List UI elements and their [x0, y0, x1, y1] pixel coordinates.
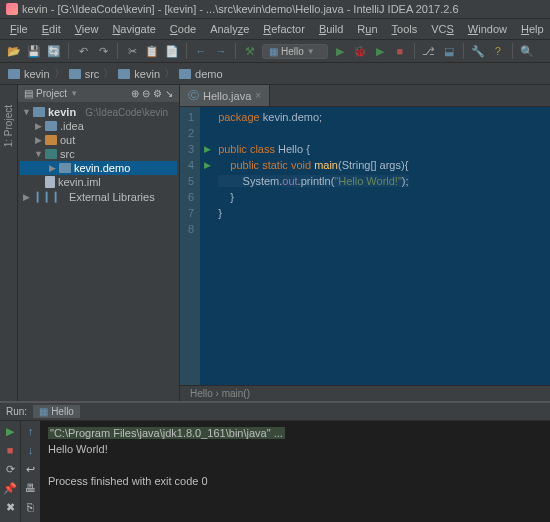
library-icon: ❙❙❙	[33, 190, 60, 203]
console-output[interactable]: "C:\Program Files\java\jdk1.8.0_161\bin\…	[40, 421, 550, 522]
stop-icon[interactable]: ■	[3, 443, 17, 457]
refresh-icon[interactable]: 🔄	[46, 43, 62, 59]
pin-icon[interactable]: 📌	[3, 481, 17, 495]
close-icon[interactable]: ✖	[3, 500, 17, 514]
tree-item-out[interactable]: ▶out	[20, 133, 177, 147]
tree-root[interactable]: ▼kevin G:\IdeaCode\kevin	[20, 105, 177, 119]
chevron-down-icon: ▼	[307, 47, 315, 56]
folder-icon	[8, 69, 20, 79]
run-config-select[interactable]: ▦ Hello ▼	[262, 44, 328, 59]
breadcrumb-item[interactable]: kevin	[134, 68, 160, 80]
build-icon[interactable]: ⚒	[242, 43, 258, 59]
scroll-from-source-icon[interactable]: ⊕	[131, 88, 139, 99]
file-icon	[45, 176, 55, 188]
run-gutter-left: ▶ ■ ⟳ 📌 ✖	[0, 421, 20, 522]
app-icon	[6, 3, 18, 15]
run-gutter-right: ↑ ↓ ↩ 🖶 ⎘ 🗑	[20, 421, 40, 522]
coverage-icon[interactable]: ▶	[372, 43, 388, 59]
console-line: Hello World!	[48, 441, 542, 457]
tree-item-src[interactable]: ▼src	[20, 147, 177, 161]
run-panel: Run: ▦Hello ▶ ■ ⟳ 📌 ✖ ↑ ↓ ↩ 🖶 ⎘ 🗑 "C:\Pr…	[0, 401, 550, 522]
console-line: Process finished with exit code 0	[48, 473, 542, 489]
run-panel-tab[interactable]: ▦Hello	[33, 405, 80, 418]
cut-icon[interactable]: ✂	[124, 43, 140, 59]
project-pane-title: Project	[36, 88, 67, 99]
wrap-icon[interactable]: ↩	[24, 462, 38, 476]
run-config-icon: ▦	[39, 406, 48, 417]
menu-vcs[interactable]: VCS	[425, 21, 460, 37]
copy-icon[interactable]: 📋	[144, 43, 160, 59]
breadcrumb-item[interactable]: demo	[195, 68, 223, 80]
undo-icon[interactable]: ↶	[75, 43, 91, 59]
tree-item-iml[interactable]: kevin.iml	[20, 175, 177, 189]
run-panel-label: Run:	[6, 406, 27, 417]
project-tool-button[interactable]: 1: Project	[3, 105, 14, 147]
folder-icon	[45, 135, 57, 145]
settings-icon[interactable]: 🔧	[470, 43, 486, 59]
run-gutter-icon[interactable]: ▶	[200, 157, 214, 173]
restore-layout-icon[interactable]: ⟳	[3, 462, 17, 476]
open-icon[interactable]: 📂	[6, 43, 22, 59]
console-command: "C:\Program Files\java\jdk1.8.0_161\bin\…	[48, 427, 285, 439]
breadcrumb-item[interactable]: src	[85, 68, 100, 80]
menu-tools[interactable]: Tools	[386, 21, 424, 37]
paste-icon[interactable]: 📄	[164, 43, 180, 59]
menu-window[interactable]: Window	[462, 21, 513, 37]
menu-view[interactable]: View	[69, 21, 105, 37]
breadcrumb-item[interactable]: kevin	[24, 68, 50, 80]
save-icon[interactable]: 💾	[26, 43, 42, 59]
menu-build[interactable]: Build	[313, 21, 349, 37]
menu-edit[interactable]: Edit	[36, 21, 67, 37]
editor-area: Ⓒ Hello.java × 12345678 ▶ ▶ package kevi…	[180, 85, 550, 401]
breadcrumb: kevin 〉 src 〉 kevin 〉 demo	[0, 63, 550, 85]
window-titlebar: kevin - [G:\IdeaCode\kevin] - [kevin] - …	[0, 0, 550, 19]
line-numbers: 12345678	[180, 107, 200, 385]
help-icon[interactable]: ?	[490, 43, 506, 59]
project-tree: ▼kevin G:\IdeaCode\kevin ▶.idea ▶out ▼sr…	[18, 102, 179, 207]
run-icon[interactable]: ▶	[332, 43, 348, 59]
editor-status-breadcrumb: Hello › main()	[180, 385, 550, 401]
up-icon[interactable]: ↑	[24, 424, 38, 438]
menu-code[interactable]: Code	[164, 21, 202, 37]
project-view-icon: ▤	[24, 88, 33, 99]
run-config-label: Hello	[281, 46, 304, 57]
close-icon[interactable]: ×	[255, 90, 261, 101]
code-content[interactable]: package kevin.demo; public class Hello {…	[214, 107, 550, 385]
editor-gutter: ▶ ▶	[200, 107, 214, 385]
editor-tab[interactable]: Ⓒ Hello.java ×	[180, 85, 270, 106]
rerun-icon[interactable]: ▶	[3, 424, 17, 438]
debug-icon[interactable]: 🐞	[352, 43, 368, 59]
tree-item-package[interactable]: ▶kevin.demo	[20, 161, 177, 175]
menu-run[interactable]: Run	[351, 21, 383, 37]
tree-item-external[interactable]: ▶❙❙❙ External Libraries	[20, 189, 177, 204]
print-icon[interactable]: 🖶	[24, 481, 38, 495]
tree-item-idea[interactable]: ▶.idea	[20, 119, 177, 133]
stop-icon[interactable]: ■	[392, 43, 408, 59]
structure-icon[interactable]: ⬓	[441, 43, 457, 59]
menu-help[interactable]: Help	[515, 21, 550, 37]
menu-refactor[interactable]: Refactor	[257, 21, 311, 37]
menu-file[interactable]: File	[4, 21, 34, 37]
project-pane: ▤ Project ▼ ⊕ ⊖ ⚙ ↘ ▼kevin G:\IdeaCode\k…	[18, 85, 180, 401]
collapse-icon[interactable]: ⊖	[142, 88, 150, 99]
run-gutter-icon[interactable]: ▶	[200, 141, 214, 157]
editor-tab-label: Hello.java	[203, 90, 251, 102]
back-icon[interactable]: ←	[193, 43, 209, 59]
menu-analyze[interactable]: Analyze	[204, 21, 255, 37]
editor-body[interactable]: 12345678 ▶ ▶ package kevin.demo; public …	[180, 107, 550, 385]
window-title-text: kevin - [G:\IdeaCode\kevin] - [kevin] - …	[22, 3, 459, 15]
run-config-icon: ▦	[269, 46, 278, 57]
folder-icon	[45, 149, 57, 159]
menu-navigate[interactable]: Navigate	[106, 21, 161, 37]
gear-icon[interactable]: ⚙	[153, 88, 162, 99]
down-icon[interactable]: ↓	[24, 443, 38, 457]
forward-icon[interactable]: →	[213, 43, 229, 59]
editor-tabs: Ⓒ Hello.java ×	[180, 85, 550, 107]
search-icon[interactable]: 🔍	[519, 43, 535, 59]
redo-icon[interactable]: ↷	[95, 43, 111, 59]
vcs-icon[interactable]: ⎇	[421, 43, 437, 59]
left-gutter: 1: Project	[0, 85, 18, 401]
scroll-icon[interactable]: ⎘	[24, 500, 38, 514]
folder-icon	[69, 69, 81, 79]
hide-icon[interactable]: ↘	[165, 88, 173, 99]
